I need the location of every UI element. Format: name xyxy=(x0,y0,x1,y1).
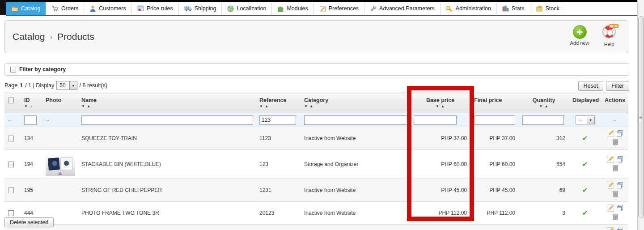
tab-preferences[interactable]: Preferences xyxy=(314,2,364,15)
duplicate-icon[interactable] xyxy=(616,204,623,213)
filter-by-category-checkbox[interactable] xyxy=(10,67,16,72)
cell-base-price: PHP 60.00 xyxy=(410,150,470,179)
sort-desc-icon: ▼ xyxy=(259,104,263,108)
category-filter-input[interactable] xyxy=(304,115,407,125)
pagination: Page 1 / 1 | Display 50 ▼ / 6 result(s) xyxy=(4,81,629,90)
row-checkbox[interactable] xyxy=(8,187,14,193)
column-header-final-price: Final price xyxy=(470,93,519,113)
sort-control[interactable]: ▼ ▲ xyxy=(259,104,297,108)
breadcrumb-section[interactable]: Catalog xyxy=(13,31,45,42)
cell-final-price: PHP 119.00 xyxy=(470,225,519,230)
breadcrumb-panel: Catalog › Products + Add new NEW Help xyxy=(4,20,628,53)
cell-quantity: 69 xyxy=(519,179,569,202)
cell-name: PHOTO FRAME TWO TONE 3R xyxy=(78,202,256,225)
help-button[interactable]: NEW Help xyxy=(596,25,623,47)
base-price-filter-input[interactable] xyxy=(414,115,457,125)
cell-base-price: PHP 37.00 xyxy=(410,127,470,150)
scrollbar-thumb[interactable] xyxy=(638,16,644,218)
sort-control[interactable]: ▼ ▲ xyxy=(522,104,565,108)
tab-modules[interactable]: Modules xyxy=(272,2,314,15)
tab-advanced-parameters[interactable]: Advanced Parameters xyxy=(364,2,441,15)
edit-icon[interactable] xyxy=(607,204,614,213)
reference-filter-input[interactable] xyxy=(259,115,296,125)
cell-reference: 20123 xyxy=(256,202,301,225)
cell-category: Inactive from Website xyxy=(301,127,410,150)
cell-final-price: PHP 112.00 xyxy=(470,202,519,225)
edit-icon[interactable] xyxy=(607,130,614,138)
photo-bin-dark xyxy=(48,158,60,170)
name-filter-input[interactable] xyxy=(81,115,253,125)
tab-shipping[interactable]: Shipping xyxy=(179,2,222,15)
row-checkbox[interactable] xyxy=(8,162,14,167)
id-filter-input[interactable] xyxy=(24,115,37,125)
delete-icon[interactable] xyxy=(612,138,619,147)
filter-button[interactable]: Filter xyxy=(606,81,629,91)
administration-icon xyxy=(446,5,453,12)
delete-icon[interactable] xyxy=(612,164,619,173)
tab-customers[interactable]: Customers xyxy=(84,2,131,15)
sort-control[interactable]: ▼ ▲ xyxy=(414,104,467,108)
sort-control[interactable]: ▼ ▲ xyxy=(304,104,407,108)
duplicate-icon[interactable] xyxy=(616,130,623,138)
table-filter-row: -- -- -- ▼ -- xyxy=(4,113,628,127)
table-row-0: 134 SQUEEZE TOY TRAIN 1123 Inactive from… xyxy=(4,127,628,150)
tab-administration[interactable]: Administration xyxy=(441,2,497,15)
edit-icon[interactable] xyxy=(607,156,614,164)
final-price-filter-input[interactable] xyxy=(474,115,515,125)
cell-category: Inactive from Website xyxy=(301,179,410,202)
product-photo[interactable] xyxy=(46,153,75,176)
sort-control[interactable]: ▼ ▲ xyxy=(81,104,252,108)
column-header-name: Name ▼ ▲ xyxy=(78,93,256,113)
photo-accessory xyxy=(58,172,62,175)
help-lifebuoy-icon: NEW xyxy=(602,25,616,38)
tab-orders[interactable]: Orders xyxy=(46,2,84,15)
cell-category: Storage and Organizer xyxy=(301,150,410,179)
tab-localization[interactable]: Localization xyxy=(222,2,272,15)
page-size-value: 50 xyxy=(57,81,69,89)
cell-name: PHOTO FRAME xyxy=(78,225,256,230)
delete-selected-button[interactable]: Delete selected xyxy=(4,217,54,227)
cell-name: STRING OF RED CHILI PEPPER xyxy=(78,179,256,202)
delete-icon[interactable] xyxy=(612,190,619,199)
displayed-filter-select[interactable]: -- ▼ xyxy=(576,115,595,124)
delete-icon[interactable] xyxy=(612,213,619,221)
cell-actions xyxy=(601,225,628,230)
displayed-filter-value: -- xyxy=(576,116,587,124)
folder-icon xyxy=(11,5,18,12)
page-total: / 1 | Display xyxy=(25,82,54,89)
tab-price-rules[interactable]: Price rules xyxy=(132,2,179,15)
breadcrumb-separator-icon: › xyxy=(50,32,52,42)
sort-desc-icon: ▼ xyxy=(24,104,28,108)
cell-name: SQUEEZE TOY TRAIN xyxy=(78,127,256,150)
select-all-checkbox[interactable] xyxy=(8,98,14,103)
tab-stock[interactable]: Stock xyxy=(530,2,565,15)
products-table: ID ▼ ▲ Photo Name ▼ ▲ Reference ▼ ▲ Cate… xyxy=(4,93,628,230)
quantity-filter-input[interactable] xyxy=(522,115,564,125)
edit-icon[interactable] xyxy=(607,182,614,190)
duplicate-icon[interactable] xyxy=(616,227,623,230)
cell-final-price: PHP 60.00 xyxy=(470,150,519,179)
cell-reference: 1231 xyxy=(256,179,301,202)
price-rules-icon xyxy=(137,5,144,12)
duplicate-icon[interactable] xyxy=(616,156,623,164)
column-header-reference: Reference ▼ ▲ xyxy=(256,93,301,113)
cart-icon xyxy=(51,5,59,12)
duplicate-icon[interactable] xyxy=(616,182,623,190)
cell-quantity: 2 xyxy=(519,225,569,230)
column-header-displayed: Displayed xyxy=(569,93,601,113)
sort-control[interactable]: ▼ ▲ xyxy=(24,104,38,108)
sort-asc-icon: ▲ xyxy=(87,104,91,108)
table-row-3: 444 PHOTO FRAME TWO TONE 3R 20123 Inacti… xyxy=(4,202,628,225)
breadcrumb: Catalog › Products xyxy=(13,21,94,53)
cell-quantity: 654 xyxy=(519,150,569,179)
reset-button[interactable]: Reset xyxy=(578,81,604,91)
edit-icon[interactable] xyxy=(607,227,614,230)
page-size-select[interactable]: 50 ▼ xyxy=(56,81,77,90)
tab-stats[interactable]: Stats xyxy=(497,2,530,15)
row-checkbox[interactable] xyxy=(8,136,14,141)
tab-catalog[interactable]: Catalog xyxy=(6,2,46,15)
row-checkbox[interactable] xyxy=(8,210,14,216)
sort-asc-icon: ▲ xyxy=(30,104,34,108)
customers-icon xyxy=(89,5,96,12)
add-new-button[interactable]: + Add new xyxy=(566,25,593,46)
